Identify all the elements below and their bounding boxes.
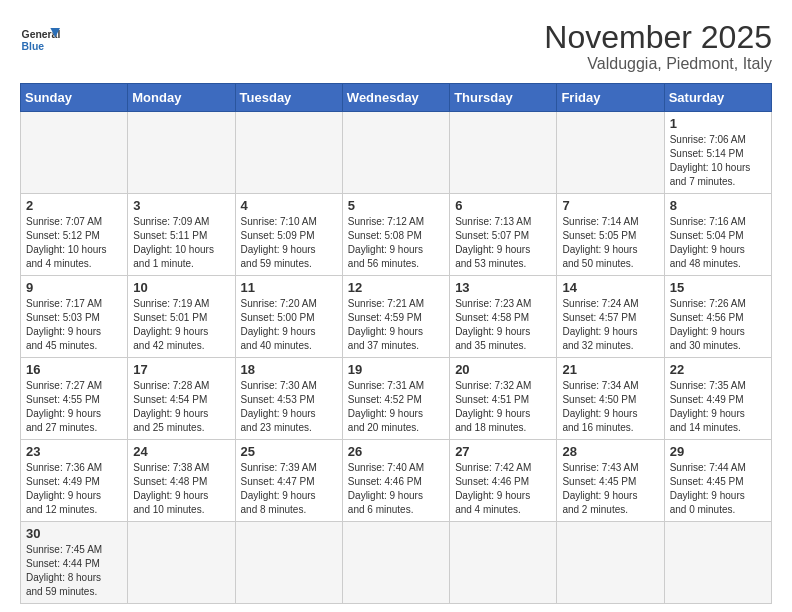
day-number: 1	[670, 116, 766, 131]
day-number: 24	[133, 444, 229, 459]
calendar-cell	[450, 522, 557, 604]
day-number: 20	[455, 362, 551, 377]
day-info: Sunrise: 7:09 AM Sunset: 5:11 PM Dayligh…	[133, 215, 229, 271]
title-block: November 2025 Valduggia, Piedmont, Italy	[544, 20, 772, 73]
calendar-table: SundayMondayTuesdayWednesdayThursdayFrid…	[20, 83, 772, 604]
day-info: Sunrise: 7:10 AM Sunset: 5:09 PM Dayligh…	[241, 215, 337, 271]
calendar-page: General Blue November 2025 Valduggia, Pi…	[0, 0, 792, 612]
day-number: 21	[562, 362, 658, 377]
day-info: Sunrise: 7:43 AM Sunset: 4:45 PM Dayligh…	[562, 461, 658, 517]
day-number: 29	[670, 444, 766, 459]
calendar-header-row: SundayMondayTuesdayWednesdayThursdayFrid…	[21, 84, 772, 112]
calendar-cell: 27Sunrise: 7:42 AM Sunset: 4:46 PM Dayli…	[450, 440, 557, 522]
day-info: Sunrise: 7:16 AM Sunset: 5:04 PM Dayligh…	[670, 215, 766, 271]
weekday-header-monday: Monday	[128, 84, 235, 112]
day-info: Sunrise: 7:36 AM Sunset: 4:49 PM Dayligh…	[26, 461, 122, 517]
day-info: Sunrise: 7:21 AM Sunset: 4:59 PM Dayligh…	[348, 297, 444, 353]
day-number: 23	[26, 444, 122, 459]
calendar-cell: 22Sunrise: 7:35 AM Sunset: 4:49 PM Dayli…	[664, 358, 771, 440]
calendar-cell: 29Sunrise: 7:44 AM Sunset: 4:45 PM Dayli…	[664, 440, 771, 522]
day-number: 16	[26, 362, 122, 377]
logo: General Blue	[20, 20, 60, 60]
calendar-cell: 19Sunrise: 7:31 AM Sunset: 4:52 PM Dayli…	[342, 358, 449, 440]
calendar-cell: 30Sunrise: 7:45 AM Sunset: 4:44 PM Dayli…	[21, 522, 128, 604]
day-number: 4	[241, 198, 337, 213]
day-number: 2	[26, 198, 122, 213]
calendar-cell: 12Sunrise: 7:21 AM Sunset: 4:59 PM Dayli…	[342, 276, 449, 358]
calendar-cell: 24Sunrise: 7:38 AM Sunset: 4:48 PM Dayli…	[128, 440, 235, 522]
calendar-cell: 18Sunrise: 7:30 AM Sunset: 4:53 PM Dayli…	[235, 358, 342, 440]
day-info: Sunrise: 7:06 AM Sunset: 5:14 PM Dayligh…	[670, 133, 766, 189]
day-number: 6	[455, 198, 551, 213]
day-info: Sunrise: 7:35 AM Sunset: 4:49 PM Dayligh…	[670, 379, 766, 435]
day-info: Sunrise: 7:13 AM Sunset: 5:07 PM Dayligh…	[455, 215, 551, 271]
day-number: 22	[670, 362, 766, 377]
weekday-header-saturday: Saturday	[664, 84, 771, 112]
calendar-cell: 23Sunrise: 7:36 AM Sunset: 4:49 PM Dayli…	[21, 440, 128, 522]
calendar-cell: 1Sunrise: 7:06 AM Sunset: 5:14 PM Daylig…	[664, 112, 771, 194]
calendar-cell: 14Sunrise: 7:24 AM Sunset: 4:57 PM Dayli…	[557, 276, 664, 358]
calendar-cell: 21Sunrise: 7:34 AM Sunset: 4:50 PM Dayli…	[557, 358, 664, 440]
weekday-header-sunday: Sunday	[21, 84, 128, 112]
calendar-cell: 9Sunrise: 7:17 AM Sunset: 5:03 PM Daylig…	[21, 276, 128, 358]
day-info: Sunrise: 7:12 AM Sunset: 5:08 PM Dayligh…	[348, 215, 444, 271]
calendar-body: 1Sunrise: 7:06 AM Sunset: 5:14 PM Daylig…	[21, 112, 772, 604]
calendar-cell: 25Sunrise: 7:39 AM Sunset: 4:47 PM Dayli…	[235, 440, 342, 522]
day-info: Sunrise: 7:07 AM Sunset: 5:12 PM Dayligh…	[26, 215, 122, 271]
day-number: 7	[562, 198, 658, 213]
calendar-cell: 7Sunrise: 7:14 AM Sunset: 5:05 PM Daylig…	[557, 194, 664, 276]
day-info: Sunrise: 7:31 AM Sunset: 4:52 PM Dayligh…	[348, 379, 444, 435]
calendar-cell	[557, 522, 664, 604]
calendar-cell: 16Sunrise: 7:27 AM Sunset: 4:55 PM Dayli…	[21, 358, 128, 440]
day-info: Sunrise: 7:42 AM Sunset: 4:46 PM Dayligh…	[455, 461, 551, 517]
calendar-cell	[450, 112, 557, 194]
calendar-week-5: 23Sunrise: 7:36 AM Sunset: 4:49 PM Dayli…	[21, 440, 772, 522]
calendar-cell	[128, 522, 235, 604]
day-number: 15	[670, 280, 766, 295]
calendar-cell	[342, 112, 449, 194]
calendar-cell: 17Sunrise: 7:28 AM Sunset: 4:54 PM Dayli…	[128, 358, 235, 440]
calendar-week-6: 30Sunrise: 7:45 AM Sunset: 4:44 PM Dayli…	[21, 522, 772, 604]
calendar-cell	[342, 522, 449, 604]
day-info: Sunrise: 7:40 AM Sunset: 4:46 PM Dayligh…	[348, 461, 444, 517]
day-number: 26	[348, 444, 444, 459]
day-number: 11	[241, 280, 337, 295]
calendar-cell: 28Sunrise: 7:43 AM Sunset: 4:45 PM Dayli…	[557, 440, 664, 522]
day-number: 25	[241, 444, 337, 459]
day-info: Sunrise: 7:24 AM Sunset: 4:57 PM Dayligh…	[562, 297, 658, 353]
day-info: Sunrise: 7:45 AM Sunset: 4:44 PM Dayligh…	[26, 543, 122, 599]
calendar-title: November 2025	[544, 20, 772, 55]
calendar-cell: 13Sunrise: 7:23 AM Sunset: 4:58 PM Dayli…	[450, 276, 557, 358]
day-info: Sunrise: 7:23 AM Sunset: 4:58 PM Dayligh…	[455, 297, 551, 353]
calendar-week-2: 2Sunrise: 7:07 AM Sunset: 5:12 PM Daylig…	[21, 194, 772, 276]
calendar-cell: 5Sunrise: 7:12 AM Sunset: 5:08 PM Daylig…	[342, 194, 449, 276]
day-info: Sunrise: 7:39 AM Sunset: 4:47 PM Dayligh…	[241, 461, 337, 517]
calendar-cell: 2Sunrise: 7:07 AM Sunset: 5:12 PM Daylig…	[21, 194, 128, 276]
calendar-week-4: 16Sunrise: 7:27 AM Sunset: 4:55 PM Dayli…	[21, 358, 772, 440]
day-number: 28	[562, 444, 658, 459]
day-info: Sunrise: 7:44 AM Sunset: 4:45 PM Dayligh…	[670, 461, 766, 517]
calendar-cell	[557, 112, 664, 194]
day-number: 13	[455, 280, 551, 295]
calendar-cell: 4Sunrise: 7:10 AM Sunset: 5:09 PM Daylig…	[235, 194, 342, 276]
day-number: 10	[133, 280, 229, 295]
day-number: 14	[562, 280, 658, 295]
header: General Blue November 2025 Valduggia, Pi…	[20, 20, 772, 73]
weekday-header-tuesday: Tuesday	[235, 84, 342, 112]
weekday-header-thursday: Thursday	[450, 84, 557, 112]
calendar-cell	[21, 112, 128, 194]
day-info: Sunrise: 7:28 AM Sunset: 4:54 PM Dayligh…	[133, 379, 229, 435]
calendar-cell	[235, 522, 342, 604]
calendar-cell	[128, 112, 235, 194]
calendar-week-3: 9Sunrise: 7:17 AM Sunset: 5:03 PM Daylig…	[21, 276, 772, 358]
day-number: 9	[26, 280, 122, 295]
calendar-cell: 8Sunrise: 7:16 AM Sunset: 5:04 PM Daylig…	[664, 194, 771, 276]
day-number: 17	[133, 362, 229, 377]
weekday-header-wednesday: Wednesday	[342, 84, 449, 112]
day-info: Sunrise: 7:20 AM Sunset: 5:00 PM Dayligh…	[241, 297, 337, 353]
day-info: Sunrise: 7:38 AM Sunset: 4:48 PM Dayligh…	[133, 461, 229, 517]
day-number: 30	[26, 526, 122, 541]
calendar-cell	[235, 112, 342, 194]
logo-icon: General Blue	[20, 20, 60, 60]
day-number: 8	[670, 198, 766, 213]
